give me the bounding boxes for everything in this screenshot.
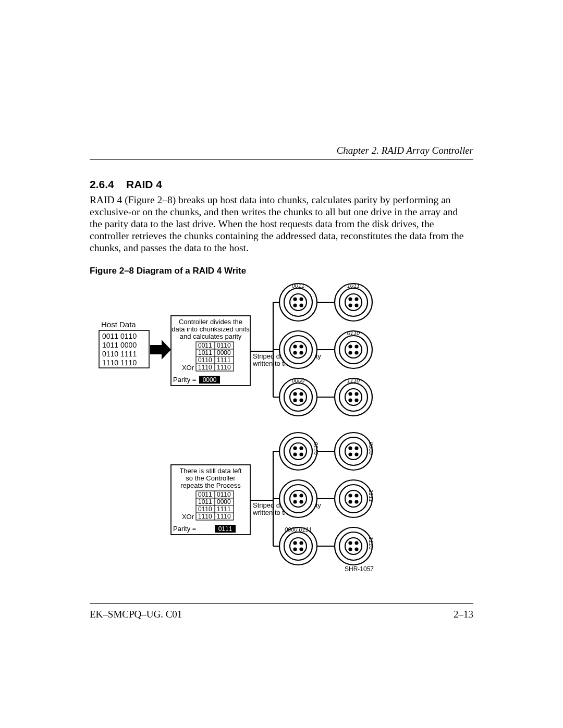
section-title: RAID 4 bbox=[126, 178, 162, 190]
svg-text:1011: 1011 bbox=[347, 282, 360, 289]
host-data-row: 1011 0000 bbox=[102, 341, 137, 349]
host-data-row: 0110 1111 bbox=[102, 350, 137, 358]
svg-text:data into chunksized units: data into chunksized units bbox=[172, 325, 250, 333]
svg-text:0011: 0011 bbox=[198, 491, 212, 498]
svg-text:Parity =: Parity = bbox=[173, 376, 196, 384]
top-rule bbox=[90, 159, 473, 160]
svg-text:repeats the Process: repeats the Process bbox=[180, 482, 241, 489]
svg-text:1110: 1110 bbox=[198, 364, 212, 371]
bottom-rule bbox=[90, 603, 473, 604]
section-heading: 2.6.4 RAID 4 bbox=[90, 178, 162, 191]
svg-text:0011: 0011 bbox=[198, 342, 212, 349]
parity-value-2: 0111 bbox=[218, 525, 232, 533]
controller-box-2: There is still data left so the Controll… bbox=[171, 465, 250, 535]
parity-value-1: 0000 bbox=[203, 376, 217, 384]
svg-text:1111: 1111 bbox=[217, 505, 231, 513]
svg-text:Parity =: Parity = bbox=[173, 525, 196, 533]
svg-text:0011: 0011 bbox=[292, 282, 304, 289]
svg-text:0000: 0000 bbox=[217, 349, 231, 356]
svg-text:Controller divides the: Controller divides the bbox=[179, 318, 242, 326]
svg-text:1110: 1110 bbox=[368, 537, 374, 550]
svg-text:1111: 1111 bbox=[217, 356, 231, 364]
figure-code: SHR-1057 bbox=[345, 565, 374, 573]
running-head: Chapter 2. RAID Array Controller bbox=[337, 145, 473, 156]
svg-text:1110: 1110 bbox=[217, 364, 231, 371]
svg-text:and calculates parity: and calculates parity bbox=[180, 332, 242, 340]
controller-box-1: Controller divides the data into chunksi… bbox=[171, 316, 250, 386]
svg-text:0000: 0000 bbox=[292, 377, 305, 384]
svg-text:XOr: XOr bbox=[182, 364, 194, 372]
svg-text:1011: 1011 bbox=[198, 349, 212, 356]
svg-text:1110: 1110 bbox=[347, 377, 360, 384]
svg-text:so the Controller: so the Controller bbox=[186, 474, 236, 482]
svg-text:0110: 0110 bbox=[217, 342, 231, 349]
svg-text:There is still data left: There is still data left bbox=[179, 467, 242, 475]
svg-text:0110: 0110 bbox=[313, 442, 319, 455]
host-data-row: 0011 0110 bbox=[102, 332, 137, 340]
page: Chapter 2. RAID Array Controller 2.6.4 R… bbox=[0, 0, 563, 728]
svg-text:1011: 1011 bbox=[198, 498, 212, 505]
svg-text:0110: 0110 bbox=[198, 356, 212, 364]
footer-right: 2–13 bbox=[454, 609, 473, 620]
svg-text:0110: 0110 bbox=[347, 330, 360, 336]
figure-diagram: Host Data 0011 0110 1011 0000 0110 1111 … bbox=[90, 276, 475, 573]
svg-text:0110: 0110 bbox=[198, 505, 212, 513]
svg-marker-9 bbox=[162, 340, 171, 360]
svg-text:0110: 0110 bbox=[217, 491, 231, 498]
host-data-label: Host Data bbox=[101, 320, 136, 329]
svg-text:0000: 0000 bbox=[217, 498, 231, 505]
host-data-row: 1110 1110 bbox=[102, 359, 137, 367]
svg-text:1110: 1110 bbox=[198, 513, 212, 520]
footer-left: EK–SMCPQ–UG. C01 bbox=[90, 609, 182, 620]
section-paragraph: RAID 4 (Figure 2–8) breaks up host data … bbox=[90, 194, 471, 254]
svg-text:1110: 1110 bbox=[217, 513, 231, 520]
svg-text:XOr: XOr bbox=[182, 513, 194, 521]
svg-text:0000: 0000 bbox=[368, 442, 374, 455]
figure-caption: Figure 2–8 Diagram of a RAID 4 Write bbox=[90, 266, 246, 276]
arrow-icon bbox=[150, 340, 171, 360]
section-number: 2.6.4 bbox=[90, 178, 114, 190]
svg-text:0000 0111: 0000 0111 bbox=[285, 526, 312, 533]
svg-rect-8 bbox=[150, 345, 162, 354]
svg-text:1111: 1111 bbox=[368, 489, 374, 502]
